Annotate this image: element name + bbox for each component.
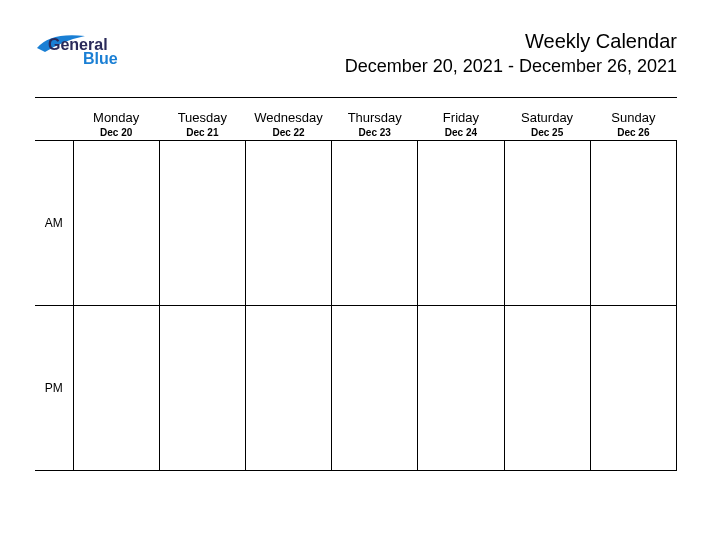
day-header-row: Monday Dec 20 Tuesday Dec 21 Wednesday D… <box>35 106 677 141</box>
period-label-pm: PM <box>35 306 73 471</box>
header: General Blue Weekly Calendar December 20… <box>35 30 677 77</box>
slot-pm-thu <box>332 306 418 471</box>
slot-am-sun <box>590 141 676 306</box>
day-name: Thursday <box>332 110 418 125</box>
day-date: Dec 22 <box>245 127 331 138</box>
title-block: Weekly Calendar December 20, 2021 - Dece… <box>345 30 677 77</box>
logo: General Blue <box>35 30 135 66</box>
day-date: Dec 23 <box>332 127 418 138</box>
slot-pm-tue <box>159 306 245 471</box>
day-header-mon: Monday Dec 20 <box>73 106 159 141</box>
slot-am-fri <box>418 141 504 306</box>
day-header-sun: Sunday Dec 26 <box>590 106 676 141</box>
slot-am-mon <box>73 141 159 306</box>
logo-swoosh-icon: General Blue <box>35 30 135 66</box>
calendar-table: Monday Dec 20 Tuesday Dec 21 Wednesday D… <box>35 106 677 471</box>
slot-pm-mon <box>73 306 159 471</box>
slot-am-sat <box>504 141 590 306</box>
slot-pm-fri <box>418 306 504 471</box>
pm-row: PM <box>35 306 677 471</box>
day-header-thu: Thursday Dec 23 <box>332 106 418 141</box>
logo-text-blue: Blue <box>83 50 118 66</box>
day-date: Dec 20 <box>73 127 159 138</box>
day-header-tue: Tuesday Dec 21 <box>159 106 245 141</box>
date-range: December 20, 2021 - December 26, 2021 <box>345 56 677 77</box>
slot-am-tue <box>159 141 245 306</box>
day-date: Dec 25 <box>504 127 590 138</box>
day-name: Wednesday <box>245 110 331 125</box>
period-label-am: AM <box>35 141 73 306</box>
slot-pm-sat <box>504 306 590 471</box>
header-spacer <box>35 106 73 141</box>
day-name: Sunday <box>590 110 676 125</box>
day-date: Dec 24 <box>418 127 504 138</box>
slot-am-wed <box>245 141 331 306</box>
day-name: Monday <box>73 110 159 125</box>
slot-pm-sun <box>590 306 676 471</box>
page-title: Weekly Calendar <box>345 30 677 53</box>
slot-am-thu <box>332 141 418 306</box>
header-divider <box>35 97 677 98</box>
day-date: Dec 26 <box>590 127 676 138</box>
day-name: Saturday <box>504 110 590 125</box>
slot-pm-wed <box>245 306 331 471</box>
day-date: Dec 21 <box>159 127 245 138</box>
day-name: Friday <box>418 110 504 125</box>
day-name: Tuesday <box>159 110 245 125</box>
day-header-fri: Friday Dec 24 <box>418 106 504 141</box>
day-header-sat: Saturday Dec 25 <box>504 106 590 141</box>
am-row: AM <box>35 141 677 306</box>
day-header-wed: Wednesday Dec 22 <box>245 106 331 141</box>
